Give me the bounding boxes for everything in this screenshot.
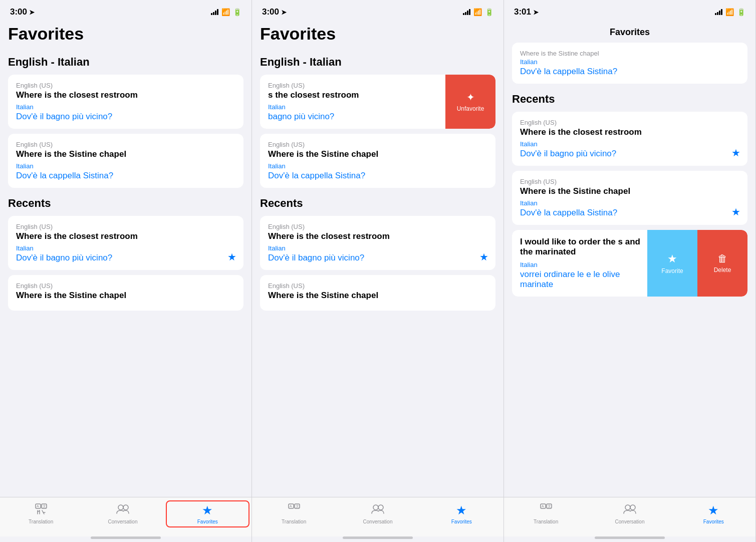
source-text: Where is the Sistine chapel [16,149,235,159]
target-text: Dov'è la cappella Sistina? [16,171,235,181]
nav-conversation-1[interactable]: Conversation [82,501,163,526]
source-text: Where is the closest restroom [16,231,235,241]
source-lang: English (US) [268,82,440,89]
target-text: vorrei ordinare le e le olive marinate [520,269,642,290]
recent-card-3-2[interactable]: English (US) Where is the Sistine chapel… [512,171,747,225]
unfavorite-label: Unfavorite [457,105,484,112]
star-icon-3-2: ★ [731,206,740,218]
source-text: Where is the Sistine chapel [520,186,739,196]
battery-icon: 🔋 [233,8,241,16]
panel-3: 3:01 ➤ 📶 🔋 Favorites Where is the Sistin… [504,0,756,542]
nav-favorites-2[interactable]: ★ Favorites [420,501,503,526]
status-bar-1: 3:00 ➤ 📶 🔋 [0,0,251,20]
svg-point-4 [118,505,123,510]
target-lang-clipped: Italian [520,58,739,66]
status-bar-3: 3:01 ➤ 📶 🔋 [504,0,755,20]
nav-translation-label-3: Translation [534,519,558,524]
target-lang: Italian [520,199,739,207]
status-bar-2: 3:00 ➤ 📶 🔋 [252,0,503,20]
signal-icon-2 [463,9,470,15]
source-lang: English (US) [520,178,739,185]
star-icon: ★ [227,251,236,263]
bottom-nav-2: A 文 Translation Conversation ★ Favorites [252,497,503,536]
recent-card-2-2[interactable]: English (US) Where is the Sistine chapel [260,275,495,311]
page-title-1: Favorites [8,20,243,52]
location-icon-2: ➤ [281,9,287,16]
delete-action-icon: 🗑 [717,253,727,264]
svg-point-5 [123,505,128,510]
nav-translation-3[interactable]: A 文 Translation [504,501,588,526]
nav-favorites-3[interactable]: ★ Favorites [672,501,755,526]
nav-conversation-label-3: Conversation [615,519,645,524]
bottom-nav-1: A 文 Translation Conversation ★ F [0,497,251,536]
source-text: Where is the Sistine chapel [16,291,235,301]
source-text: Where is the closest restroom [520,127,739,137]
nav-conversation-2[interactable]: Conversation [336,501,419,526]
target-text: Dov'è il bagno più vicino? [16,112,235,122]
fav-card-1-2[interactable]: English (US) Where is the Sistine chapel… [8,134,243,188]
star-icon-3-1: ★ [731,147,740,159]
wifi-icon: 📶 [221,8,230,16]
page-title-2: Favorites [260,20,495,52]
section-english-italian-1: English - Italian [8,52,243,75]
favorite-action-icon: ★ [667,252,677,265]
svg-point-16 [625,505,630,510]
conversation-icon [116,503,130,517]
location-icon-3: ➤ [533,9,539,16]
source-lang: English (US) [16,223,235,230]
source-lang: English (US) [16,141,235,148]
status-icons-3: 📶 🔋 [715,8,745,16]
unfavorite-action[interactable]: ✦ Unfavorite [445,75,495,129]
fav-card-2-2[interactable]: English (US) Where is the Sistine chapel… [260,134,495,188]
delete-action-label: Delete [714,266,731,274]
target-lang: Italian [520,261,642,268]
source-text: I would like to order the s and the mari… [520,237,642,257]
nav-conversation-3[interactable]: Conversation [588,501,671,526]
page-content-2: Favorites English - Italian English (US)… [252,20,503,497]
recent-card-1-1[interactable]: English (US) Where is the closest restro… [8,216,243,270]
favorite-action-label: Favorite [661,267,683,275]
source-text: Where is the closest restroom [16,90,235,100]
nav-favorites-label-3: Favorites [703,519,724,524]
location-icon: ➤ [29,9,35,16]
nav-translation-label-1: Translation [29,519,53,524]
page-content-1: Favorites English - Italian English (US)… [0,20,251,497]
target-lang: Italian [268,162,487,170]
bottom-nav-3: A 文 Translation Conversation ★ Favorites [504,497,755,536]
conversation-icon-2 [371,503,385,517]
nav-translation-1[interactable]: A 文 Translation [0,501,82,526]
delete-action-btn[interactable]: 🗑 Delete [697,230,747,297]
recent-card-1-2[interactable]: English (US) Where is the Sistine chapel [8,275,243,311]
source-lang: English (US) [520,119,739,126]
recent-card-3-3-container[interactable]: I would like to order the s and the mari… [512,230,747,297]
favorite-action-btn[interactable]: ★ Favorite [647,230,697,297]
home-indicator-2 [343,536,413,539]
time-2: 3:00 ➤ [262,7,287,17]
signal-icon-3 [715,9,722,15]
recent-card-3-1[interactable]: English (US) Where is the closest restro… [512,112,747,166]
svg-point-10 [373,505,378,510]
nav-favorites-1[interactable]: ★ Favorites [166,500,249,527]
time-1: 3:00 ➤ [10,7,35,17]
svg-text:文: 文 [296,504,299,508]
battery-icon-3: 🔋 [737,8,745,16]
fav-card-2-1-container[interactable]: English (US) s the closest restroom Ital… [260,75,495,129]
target-lang: Italian [268,244,487,252]
panel-2: 3:00 ➤ 📶 🔋 Favorites English - Italian E… [252,0,504,542]
section-english-italian-2: English - Italian [260,52,495,75]
nav-translation-2[interactable]: A 文 Translation [252,501,336,526]
nav-conversation-label-2: Conversation [363,519,393,524]
time-3: 3:01 ➤ [514,7,539,17]
page-title-3: Favorites [504,20,755,43]
svg-text:文: 文 [548,504,551,508]
source-text: Where is the Sistine chapel [268,291,487,301]
recent-card-2-1[interactable]: English (US) Where is the closest restro… [260,216,495,270]
star-icon-2: ★ [479,251,488,263]
wifi-icon-2: 📶 [473,8,482,16]
svg-point-11 [378,505,383,510]
fav-card-1-1[interactable]: English (US) Where is the closest restro… [8,75,243,129]
source-text: Where is the Sistine chapel [268,149,487,159]
target-lang: Italian [520,140,739,148]
clipped-card-3[interactable]: Where is the Sistine chapel Italian Dov'… [512,43,747,84]
battery-icon-2: 🔋 [485,8,493,16]
